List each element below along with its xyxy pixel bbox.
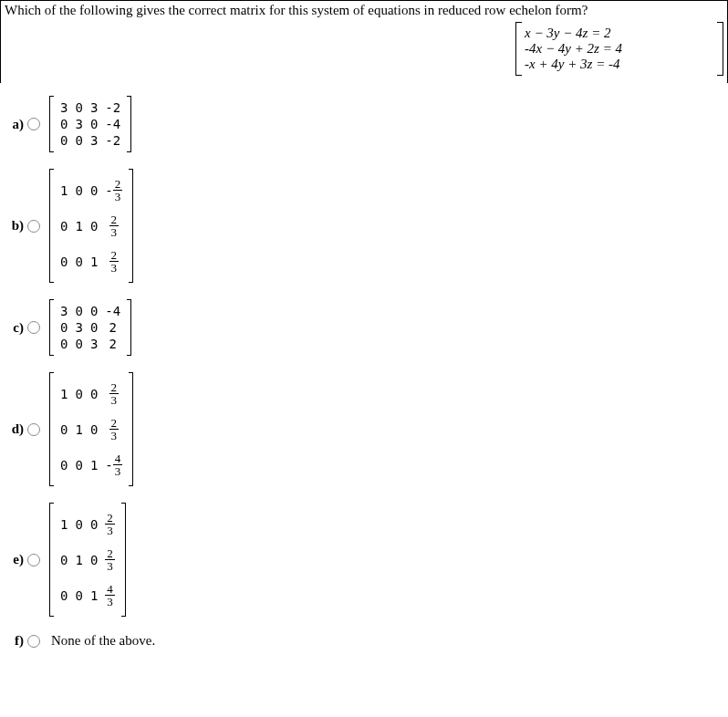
matrix-cell: -4 (105, 304, 120, 318)
matrix-td: 0 (87, 172, 101, 208)
matrix-cell: 23 (105, 516, 115, 531)
bracket-right-icon (129, 372, 133, 486)
matrix-cell: 3 (60, 100, 68, 115)
matrix-cell: 0 (75, 304, 82, 318)
matrix-cell: 1 (75, 422, 82, 437)
bracket-left-icon (49, 372, 54, 486)
matrix-cell: 1 (90, 588, 98, 603)
matrix-cell: 3 (60, 304, 68, 318)
matrix-cell: 3 (90, 100, 98, 115)
matrix-cell: 0 (90, 320, 98, 335)
options-container: a) 303-2030-4003-2 b) 100-230102300123 c… (0, 83, 728, 669)
matrix-td: 0 (57, 116, 71, 132)
matrix-td: 0 (71, 447, 86, 483)
option-c-radio[interactable] (27, 321, 40, 334)
matrix-td: 0 (87, 376, 101, 411)
matrix-td: -4 (101, 303, 124, 319)
matrix-cell: 0 (60, 320, 68, 335)
option-d-radio[interactable] (27, 423, 40, 436)
matrix-cell: 0 (75, 458, 82, 473)
system-row-2: -4x − 4y + 2z = 4 (525, 41, 714, 57)
option-e-matrix: 100230102300143 (49, 503, 126, 617)
option-b-radio[interactable] (27, 220, 40, 233)
bracket-left-icon (49, 503, 54, 617)
matrix-cell: 43 (105, 587, 115, 602)
matrix-cell: 1 (90, 458, 98, 473)
matrix-td: 0 (71, 506, 86, 542)
matrix-cell: 23 (109, 386, 120, 400)
matrix-td: 3 (87, 336, 101, 352)
matrix-td: 23 (101, 376, 126, 411)
option-a-label: a) (4, 117, 27, 132)
option-f: f) None of the above. (4, 633, 724, 649)
option-a-matrix: 303-2030-4003-2 (49, 96, 131, 152)
matrix-row: 030-4 (57, 116, 124, 132)
option-b-label: b) (4, 218, 27, 234)
option-d: d) 1002301023001-43 (4, 372, 724, 486)
matrix-cell: 1 (60, 517, 68, 532)
matrix-td: 3 (87, 132, 101, 149)
matrix-td: 1 (57, 172, 71, 208)
option-c: c) 300-403020032 (4, 299, 724, 356)
matrix-cell: 0 (75, 255, 82, 269)
matrix-td: -4 (101, 116, 124, 132)
matrix-td: 0 (57, 447, 71, 483)
matrix-td: 43 (101, 577, 119, 613)
bracket-left-icon (49, 299, 54, 356)
option-f-label: f) (4, 633, 27, 649)
option-d-label: d) (4, 421, 27, 437)
matrix-row: 01023 (57, 208, 126, 244)
matrix-cell: 2 (109, 320, 117, 335)
matrix-td: 0 (71, 99, 86, 116)
bracket-right-icon (127, 299, 131, 356)
matrix-cell: 1 (90, 255, 98, 269)
matrix-td: 1 (87, 244, 101, 279)
option-d-matrix: 1002301023001-43 (49, 372, 133, 486)
option-b-matrix: 100-230102300123 (49, 169, 133, 283)
matrix-cell: 0 (75, 517, 82, 532)
matrix-row: 300-4 (57, 303, 124, 319)
matrix-td: 1 (71, 542, 86, 577)
matrix-cell: 0 (60, 117, 68, 131)
matrix-cell: 0 (75, 387, 82, 401)
matrix-cell: 1 (75, 553, 82, 567)
matrix-cell: 3 (75, 117, 82, 131)
question-text: Which of the following gives the correct… (5, 3, 723, 18)
matrix-cell: 23 (105, 552, 115, 566)
matrix-cell: 0 (90, 219, 98, 234)
option-b: b) 100-230102300123 (4, 169, 724, 283)
option-f-radio[interactable] (27, 635, 40, 648)
matrix-row: 00143 (57, 577, 119, 613)
matrix-row: 001-43 (57, 447, 126, 483)
option-a-radio[interactable] (27, 118, 40, 130)
matrix-table: 300-403020032 (57, 303, 124, 352)
matrix-td: 0 (57, 132, 71, 149)
matrix-cell: 2 (109, 337, 117, 351)
matrix-row: 01023 (57, 411, 126, 447)
option-e-radio[interactable] (27, 554, 40, 566)
bracket-left-icon (49, 96, 54, 152)
matrix-cell: 0 (60, 553, 68, 567)
matrix-td: 1 (57, 506, 71, 542)
matrix-cell: -4 (105, 117, 120, 131)
matrix-table: 303-2030-4003-2 (57, 99, 124, 149)
bracket-right-icon (717, 22, 723, 76)
matrix-td: 23 (101, 244, 126, 279)
option-a: a) 303-2030-4003-2 (4, 96, 724, 152)
matrix-td: 0 (71, 132, 86, 149)
matrix-row: 10023 (57, 506, 119, 542)
equation-system: x − 3y − 4z = 2 -4x − 4y + 2z = 4 -x + 4… (515, 22, 723, 76)
matrix-td: 3 (71, 319, 86, 336)
matrix-td: 0 (87, 506, 101, 542)
matrix-cell: 0 (90, 304, 98, 318)
matrix-td: 0 (87, 411, 101, 447)
matrix-td: 0 (87, 319, 101, 336)
matrix-cell: 3 (75, 320, 82, 335)
matrix-td: 1 (87, 577, 101, 613)
matrix-cell: -2 (105, 100, 120, 115)
matrix-cell: 23 (109, 218, 120, 233)
matrix-cell: 0 (75, 133, 82, 148)
option-e: e) 100230102300143 (4, 503, 724, 617)
matrix-cell: 0 (60, 255, 68, 269)
matrix-td: 0 (87, 542, 101, 577)
